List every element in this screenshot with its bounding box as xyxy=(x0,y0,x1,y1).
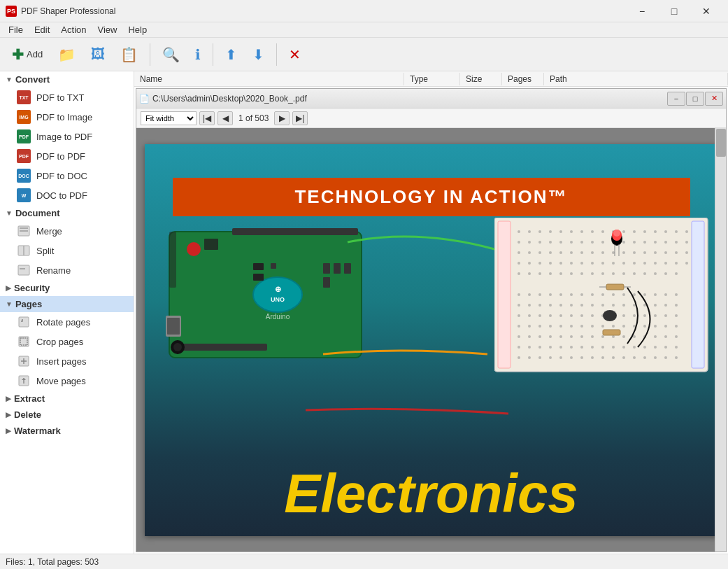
info-button[interactable]: ℹ xyxy=(189,43,207,66)
document-arrow-icon: ▼ xyxy=(6,209,13,217)
close-button[interactable]: ✕ xyxy=(690,0,722,22)
svg-point-154 xyxy=(675,304,678,307)
svg-point-171 xyxy=(518,325,520,328)
svg-point-131 xyxy=(601,293,604,296)
move-down-button[interactable]: ⬇ xyxy=(246,43,271,66)
pdf-maximize-button[interactable]: □ xyxy=(686,92,704,106)
svg-point-134 xyxy=(633,293,636,296)
svg-point-186 xyxy=(675,325,678,328)
svg-point-141 xyxy=(538,304,541,307)
folder-icon: 📁 xyxy=(58,46,76,63)
sidebar-item-image-to-pdf[interactable]: PDF Image to PDF xyxy=(0,127,134,146)
search-button[interactable]: 🔍 xyxy=(156,43,186,66)
menu-action[interactable]: Action xyxy=(55,23,92,36)
svg-point-123 xyxy=(518,293,520,296)
col-size: Size xyxy=(460,73,502,85)
svg-point-20 xyxy=(253,277,302,312)
prev-page-button[interactable]: ◀ xyxy=(217,111,233,125)
svg-point-174 xyxy=(549,325,552,328)
pdf-minimize-button[interactable]: − xyxy=(667,92,685,106)
svg-point-139 xyxy=(518,304,520,307)
section-pages[interactable]: ▼ Pages xyxy=(0,296,134,312)
sidebar-item-insert-pages[interactable]: Insert pages xyxy=(0,351,134,371)
sidebar-item-rotate-pages[interactable]: Rotate pages xyxy=(0,312,134,332)
svg-point-148 xyxy=(612,304,615,307)
svg-point-147 xyxy=(601,304,604,307)
svg-point-153 xyxy=(664,304,667,307)
svg-rect-29 xyxy=(253,263,264,270)
delete-button[interactable]: ✕ xyxy=(283,43,307,66)
sidebar-item-merge[interactable]: Merge xyxy=(0,221,134,241)
svg-point-159 xyxy=(559,314,562,317)
security-arrow-icon: ▶ xyxy=(6,284,11,292)
open-button[interactable]: 📁 xyxy=(52,43,82,66)
extract-label: Extract xyxy=(14,393,45,404)
section-extract[interactable]: ▶ Extract xyxy=(0,391,134,407)
svg-point-198 xyxy=(633,335,636,338)
svg-rect-244 xyxy=(603,330,620,335)
pdf-viewer-titlebar: 📄 C:\Users\admin\Desktop\2020_Book_.pdf … xyxy=(136,89,726,108)
svg-point-162 xyxy=(591,314,594,317)
sidebar-item-doc-to-pdf[interactable]: W DOC to PDF xyxy=(0,185,134,205)
sidebar-item-pdf-to-pdf[interactable]: PDF PDF to PDF xyxy=(0,146,134,166)
minimize-button[interactable]: − xyxy=(626,0,658,22)
section-security[interactable]: ▶ Security xyxy=(0,280,134,296)
sidebar-item-crop-pages[interactable]: Crop pages xyxy=(0,332,134,351)
add-button[interactable]: ✚ Add xyxy=(6,43,49,66)
pdf-close-button[interactable]: ✕ xyxy=(705,92,723,106)
section-delete[interactable]: ▶ Delete xyxy=(0,407,134,423)
menu-edit[interactable]: Edit xyxy=(29,23,55,36)
menu-view[interactable]: View xyxy=(92,23,123,36)
pdf-to-txt-label: PDF to TXT xyxy=(36,92,84,103)
pdf-scrollbar[interactable] xyxy=(715,128,726,552)
pdf-banner: TECHNOLOGY IN ACTION™ xyxy=(173,178,690,216)
section-convert[interactable]: ▼ Convert xyxy=(0,71,134,87)
copy-button[interactable]: 📋 xyxy=(114,43,144,66)
sidebar-item-split[interactable]: Split xyxy=(0,241,134,260)
svg-point-135 xyxy=(643,293,646,296)
svg-point-117 xyxy=(622,272,625,275)
last-page-button[interactable]: ▶| xyxy=(292,111,308,125)
sidebar-item-pdf-to-image[interactable]: IMG PDF to Image xyxy=(0,107,134,127)
section-document[interactable]: ▼ Document xyxy=(0,205,134,221)
svg-text:UNO: UNO xyxy=(271,296,285,303)
next-page-button[interactable]: ▶ xyxy=(274,111,290,125)
svg-point-177 xyxy=(580,325,583,328)
pdf-viewer-window: 📄 C:\Users\admin\Desktop\2020_Book_.pdf … xyxy=(136,88,727,552)
first-page-button[interactable]: |◀ xyxy=(199,111,215,125)
delete-arrow-icon: ▶ xyxy=(6,411,11,419)
svg-point-176 xyxy=(570,325,573,328)
svg-point-108 xyxy=(528,272,531,275)
svg-point-119 xyxy=(643,272,646,275)
doc-pdf-icon: W xyxy=(17,188,31,202)
sidebar-item-pdf-to-doc[interactable]: DOC PDF to DOC xyxy=(0,166,134,185)
section-watermark[interactable]: ▶ Watermark xyxy=(0,423,134,439)
maximize-button[interactable]: □ xyxy=(658,0,690,22)
zoom-select[interactable]: Fit width Fit page 50% 75% 100% 125% 150… xyxy=(141,111,197,125)
menu-file[interactable]: File xyxy=(3,23,29,36)
svg-point-150 xyxy=(633,304,636,307)
toolbar: ✚ Add 📁 🖼 📋 🔍 ℹ ⬆ ⬇ ✕ xyxy=(0,38,728,71)
title-bar: PS PDF Shaper Professional − □ ✕ xyxy=(0,0,728,22)
image-button[interactable]: 🖼 xyxy=(85,43,111,66)
arrow-up-icon: ⬆ xyxy=(225,46,237,63)
search-icon: 🔍 xyxy=(162,46,180,63)
move-up-button[interactable]: ⬆ xyxy=(219,43,243,66)
svg-point-113 xyxy=(580,272,583,275)
menu-help[interactable]: Help xyxy=(122,23,152,36)
sidebar-item-rename[interactable]: Rename xyxy=(0,260,134,280)
svg-point-140 xyxy=(528,304,531,307)
pdf-scrollbar-thumb[interactable] xyxy=(716,129,726,157)
svg-point-192 xyxy=(570,335,573,338)
svg-rect-2 xyxy=(20,230,28,232)
svg-rect-35 xyxy=(323,277,330,288)
sidebar-item-move-pages[interactable]: Move pages xyxy=(0,371,134,391)
svg-point-152 xyxy=(654,304,657,307)
col-pages: Pages xyxy=(502,73,544,85)
sidebar-item-pdf-to-txt[interactable]: TXT PDF to TXT xyxy=(0,87,134,107)
convert-label: Convert xyxy=(15,74,50,85)
pdf-to-pdf-label: PDF to PDF xyxy=(36,151,85,162)
separator-2 xyxy=(213,43,213,66)
svg-point-124 xyxy=(528,293,531,296)
pdf-to-doc-label: PDF to DOC xyxy=(36,171,87,181)
